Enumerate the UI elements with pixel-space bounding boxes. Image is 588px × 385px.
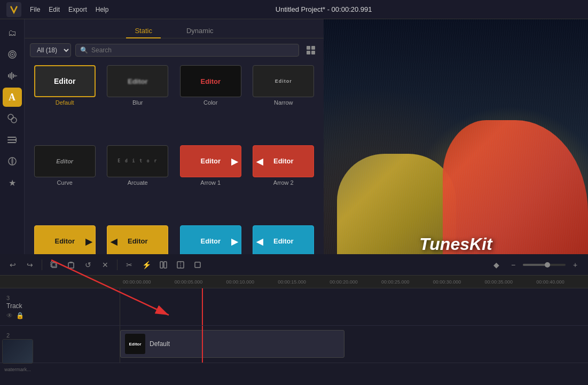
tab-dynamic[interactable]: Dynamic [178, 23, 222, 38]
preset-arrow1[interactable]: Editor ▶ Arrow 1 [176, 145, 246, 222]
svg-rect-8 [16, 75, 17, 76]
grid-view-toggle[interactable] [303, 43, 318, 58]
track-visibility-3[interactable]: 👁 [6, 312, 13, 319]
preset-color-thumb: Editor [180, 65, 241, 97]
svg-rect-11 [7, 137, 16, 138]
sidebar-item-audio[interactable] [3, 66, 22, 85]
preset-arcuate[interactable]: E d i t o r Arcuate [103, 145, 173, 222]
sidebar-item-filter[interactable] [3, 152, 22, 171]
zoom-out-btn[interactable]: − [506, 257, 521, 272]
timeline: 00:00:00.000 00:00:05.000 00:00:10.000 0… [0, 276, 588, 385]
search-icon: 🔍 [80, 46, 88, 54]
marker-btn[interactable]: ◆ [489, 257, 504, 272]
ruler-mark-5: 00:00:25.000 [381, 279, 433, 285]
svg-point-9 [8, 114, 13, 120]
preset-arrow5-thumb: Editor ▶ [180, 225, 241, 257]
track-content-2[interactable]: Editor Default [120, 326, 588, 363]
preset-blur[interactable]: Editor Blur [103, 65, 173, 142]
preset-narrow-label: Narrow [274, 99, 293, 106]
menu-help[interactable]: Help [96, 6, 109, 13]
svg-rect-24 [160, 262, 163, 268]
sidebar-item-star[interactable]: ★ [3, 173, 22, 192]
paste-btn[interactable] [64, 257, 79, 272]
ruler-mark-1: 00:00:05.000 [175, 279, 226, 285]
track-row-2: 2 Track 👁 🔒 Editor Default [0, 326, 588, 363]
sidebar-item-effects[interactable] [3, 109, 22, 128]
preset-curve-label: Curve [57, 179, 73, 186]
titlebar: File Edit Export Help Untitled Project* … [0, 0, 588, 19]
ruler-mark-4: 00:00:20.000 [330, 279, 381, 285]
split-btn[interactable] [156, 257, 171, 272]
sidebar-item-text[interactable]: A [3, 88, 22, 107]
ruler-mark-7: 00:00:35.000 [484, 279, 536, 285]
menu-file[interactable]: File [30, 6, 40, 13]
preset-arrow2[interactable]: ◀ Editor Arrow 2 [249, 145, 319, 222]
sidebar-item-folder[interactable]: 🗂 [3, 23, 22, 43]
window-title: Untitled Project* - 00:00:20.991 [108, 5, 539, 13]
ruler-mark-0: 00:00:00.000 [123, 279, 175, 285]
track-header-3: 3 Track 👁 🔒 [0, 288, 120, 325]
preset-arrow4-thumb: ◀ Editor [107, 225, 168, 257]
preset-curve[interactable]: Editor Curve [30, 145, 100, 222]
clip-thumb-2: Editor [125, 334, 145, 354]
watermark-label: watermark... [2, 367, 33, 372]
zoom-in-btn[interactable]: + [568, 257, 583, 272]
loop-btn[interactable]: ↺ [81, 257, 96, 272]
preset-arrow2-label: Arrow 2 [273, 179, 294, 186]
track-lock-3[interactable]: 🔒 [16, 312, 24, 319]
copy-btn[interactable] [46, 257, 61, 272]
svg-rect-7 [14, 75, 15, 77]
menu-edit[interactable]: Edit [49, 6, 60, 13]
preset-default[interactable]: Editor Default [30, 65, 100, 142]
cut-btn[interactable]: ✂ [122, 257, 137, 272]
undo-btn[interactable]: ↩ [5, 257, 20, 272]
menu-export[interactable]: Export [68, 6, 87, 13]
redo-btn[interactable]: ↪ [22, 257, 37, 272]
app-logo [6, 2, 21, 17]
svg-rect-18 [311, 46, 315, 50]
svg-rect-13 [7, 142, 16, 143]
watermark-thumbnail[interactable] [2, 339, 33, 364]
preset-arcuate-label: Arcuate [128, 179, 148, 186]
playhead-2 [202, 326, 203, 363]
svg-point-10 [11, 117, 17, 123]
preset-narrow[interactable]: Editor Narrow [249, 65, 319, 142]
playhead-3 [202, 288, 203, 325]
flash-btn[interactable]: ⚡ [139, 257, 154, 272]
preset-arrow2-thumb: ◀ Editor [253, 145, 314, 177]
preset-default-label: Default [56, 99, 74, 106]
ruler-mark-6: 00:00:30.000 [433, 279, 485, 285]
sidebar-item-layers[interactable] [3, 45, 22, 64]
svg-rect-25 [164, 262, 167, 268]
preset-arcuate-thumb: E d i t o r [107, 145, 168, 177]
preset-color[interactable]: Editor Color [176, 65, 246, 142]
preset-arrow3-thumb: Editor ▶ [34, 225, 96, 257]
zoom-slider[interactable] [523, 264, 566, 266]
tab-static[interactable]: Static [126, 23, 161, 38]
svg-rect-4 [10, 73, 11, 78]
track-name-3: Track [6, 302, 113, 310]
category-dropdown[interactable]: All (18) [30, 43, 71, 57]
ruler-mark-2: 00:00:10.000 [226, 279, 278, 285]
svg-rect-19 [307, 51, 310, 54]
preset-blur-thumb: Editor [107, 65, 168, 97]
preset-color-label: Color [203, 99, 217, 106]
sidebar-item-transition[interactable] [3, 130, 22, 150]
crop-btn[interactable] [190, 257, 205, 272]
svg-rect-17 [307, 46, 310, 50]
zoom-thumb[interactable] [545, 262, 550, 268]
preset-arrow1-thumb: Editor ▶ [180, 145, 241, 177]
toolbar-sep-1 [42, 260, 42, 270]
watermark-text: TunesKit [419, 234, 492, 254]
filter-bar: All (18) 🔍 [25, 38, 324, 62]
delete-btn[interactable]: ✕ [98, 257, 113, 272]
preset-curve-thumb: Editor [34, 145, 96, 177]
timeline-tracks: 3 Track 👁 🔒 2 Track [0, 288, 588, 385]
track-content-3[interactable] [120, 288, 588, 325]
svg-rect-12 [7, 139, 16, 140]
toolbar: ↩ ↪ ↺ ✕ ✂ ⚡ ◆ − + [0, 254, 588, 276]
merge-btn[interactable] [173, 257, 188, 272]
search-input[interactable] [91, 46, 294, 54]
search-box: 🔍 [75, 44, 299, 57]
clip-block-2[interactable]: Editor Default [120, 330, 344, 358]
